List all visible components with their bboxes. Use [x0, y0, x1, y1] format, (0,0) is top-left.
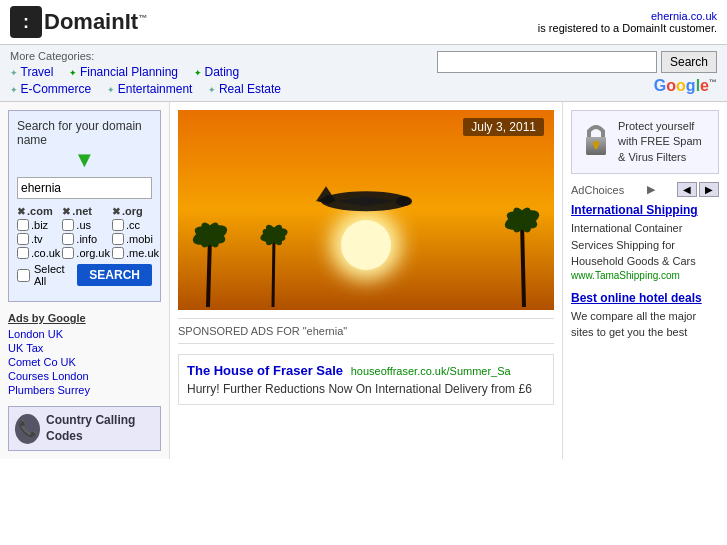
- svg-line-17: [273, 237, 274, 307]
- nav-entertainment[interactable]: Entertainment: [107, 82, 192, 96]
- registered-domain-link[interactable]: ehernia.co.uk: [651, 10, 717, 22]
- google-search-input[interactable]: [437, 51, 657, 73]
- ads-title: Ads by Google: [8, 312, 161, 324]
- domain-search-input[interactable]: [17, 177, 152, 199]
- tld-info-checkbox[interactable]: [62, 233, 74, 245]
- plane-icon: [306, 166, 426, 239]
- intl-shipping-title[interactable]: International Shipping: [571, 203, 719, 217]
- tld-couk: .co.uk: [17, 247, 60, 259]
- tld-mobi-checkbox[interactable]: [112, 233, 124, 245]
- tld-meuk: .me.uk: [112, 247, 159, 259]
- nav-financial-planning[interactable]: Financial Planning: [69, 65, 178, 79]
- arrow-icon: ▼: [17, 147, 152, 173]
- spam-filter-box: Protect yourself with FREE Spam & Virus …: [571, 110, 719, 174]
- palm-tree-left: [188, 207, 228, 310]
- svg-point-10: [198, 230, 222, 240]
- domain-search-title: Search for your domain name ▼: [17, 119, 152, 173]
- tld-com: ✖ .com: [17, 205, 60, 217]
- nav-real-estate[interactable]: Real Estate: [208, 82, 281, 96]
- header-registered-info: ehernia.co.uk is registered to a DomainI…: [538, 10, 717, 34]
- nav-travel[interactable]: Travel: [10, 65, 53, 79]
- hero-date: July 3, 2011: [463, 118, 544, 136]
- lock-icon: [580, 119, 612, 159]
- spam-filter-text: Protect yourself with FREE Spam & Virus …: [618, 119, 710, 165]
- logo-area: : DomainIt™: [10, 6, 147, 38]
- ad-london-uk[interactable]: London UK: [8, 328, 161, 340]
- adchoices-nav: ◀ ▶: [677, 182, 719, 197]
- main-content: Search for your domain name ▼ ✖ .com ✖ .…: [0, 102, 727, 459]
- ad-comet-couk[interactable]: Comet Co UK: [8, 356, 161, 368]
- google-search-area: Search Google™: [437, 51, 717, 95]
- tld-mobi: .mobi: [112, 233, 159, 245]
- domain-search-box: Search for your domain name ▼ ✖ .com ✖ .…: [8, 110, 161, 302]
- ad-plumbers-surrey[interactable]: Plumbers Surrey: [8, 384, 161, 396]
- tld-grid: ✖ .com ✖ .net ✖ .org .biz .us: [17, 205, 152, 259]
- center-content: July 3, 2011: [170, 102, 562, 459]
- hotel-deals-description: We compare all the major sites to get yo…: [571, 308, 719, 341]
- phone-icon: 📞: [15, 414, 40, 444]
- house-fraser-ad: The House of Fraser Sale houseoffraser.c…: [178, 354, 554, 405]
- logo-text: DomainIt™: [44, 9, 147, 35]
- adchoices-label: AdChoices: [571, 184, 624, 196]
- svg-point-16: [510, 215, 534, 225]
- tld-tv: .tv: [17, 233, 60, 245]
- search-domain-button[interactable]: SEARCH: [77, 264, 152, 286]
- house-fraser-description: Hurry! Further Reductions Now On Interna…: [187, 382, 545, 396]
- header: : DomainIt™ ehernia.co.uk is registered …: [0, 0, 727, 45]
- palm-tree-right: [504, 197, 544, 310]
- right-sidebar: Protect yourself with FREE Spam & Virus …: [562, 102, 727, 459]
- tld-us-checkbox[interactable]: [62, 219, 74, 231]
- hero-image: July 3, 2011: [178, 110, 554, 310]
- more-categories-label: More Categories:: [10, 50, 281, 62]
- tld-info: .info: [62, 233, 110, 245]
- intl-shipping-url: www.TamaShipping.com: [571, 270, 719, 281]
- hotel-deals-title[interactable]: Best online hotel deals: [571, 291, 719, 305]
- intl-shipping-ad: International Shipping International Con…: [571, 203, 719, 281]
- nav-categories: More Categories: Travel Financial Planni…: [10, 50, 281, 96]
- adchoices-next-button[interactable]: ▶: [699, 182, 719, 197]
- palm-tree-center: [258, 217, 288, 310]
- ad-courses-london[interactable]: Courses London: [8, 370, 161, 382]
- hotel-deals-ad: Best online hotel deals We compare all t…: [571, 291, 719, 341]
- nav-row-1: Travel Financial Planning Dating: [10, 65, 281, 79]
- logo-icon: :: [10, 6, 42, 38]
- nav-ecommerce[interactable]: E-Commerce: [10, 82, 91, 96]
- tld-cc: .cc: [112, 219, 159, 231]
- tld-meuk-checkbox[interactable]: [112, 247, 124, 259]
- sponsored-label: SPONSORED ADS FOR "ehernia": [178, 318, 554, 344]
- left-sidebar: Search for your domain name ▼ ✖ .com ✖ .…: [0, 102, 170, 459]
- tld-orguk-checkbox[interactable]: [62, 247, 74, 259]
- tld-cc-checkbox[interactable]: [112, 219, 124, 231]
- adchoices-arrow-icon: ▶: [647, 183, 655, 196]
- select-all-checkbox[interactable]: [17, 269, 30, 282]
- country-codes-text: Country Calling Codes: [46, 413, 154, 444]
- navbar: More Categories: Travel Financial Planni…: [0, 45, 727, 102]
- tld-tv-checkbox[interactable]: [17, 233, 29, 245]
- adchoices-bar: AdChoices ▶ ◀ ▶: [571, 182, 719, 197]
- nav-row-2: E-Commerce Entertainment Real Estate: [10, 82, 281, 96]
- svg-line-5: [208, 237, 210, 307]
- tld-biz-checkbox[interactable]: [17, 219, 29, 231]
- tld-org: ✖ .org: [112, 205, 159, 217]
- google-logo: Google™: [654, 77, 717, 95]
- select-all-row: Select All SEARCH: [17, 263, 152, 287]
- country-codes-box[interactable]: 📞 Country Calling Codes: [8, 406, 161, 451]
- ads-by-google: Ads by Google London UK UK Tax Comet Co …: [8, 312, 161, 396]
- tld-us: .us: [62, 219, 110, 231]
- search-bar: Search: [437, 51, 717, 73]
- svg-line-11: [522, 222, 524, 307]
- tld-net: ✖ .net: [62, 205, 110, 217]
- google-search-button[interactable]: Search: [661, 51, 717, 73]
- svg-point-3: [396, 196, 412, 206]
- house-fraser-link[interactable]: The House of Fraser Sale: [187, 363, 347, 378]
- tld-orguk: .org.uk: [62, 247, 110, 259]
- ad-uk-tax[interactable]: UK Tax: [8, 342, 161, 354]
- tld-biz: .biz: [17, 219, 60, 231]
- tld-couk-checkbox[interactable]: [17, 247, 29, 259]
- adchoices-prev-button[interactable]: ◀: [677, 182, 697, 197]
- house-fraser-url: houseoffraser.co.uk/Summer_Sa: [351, 365, 511, 377]
- svg-rect-25: [595, 144, 598, 149]
- nav-dating[interactable]: Dating: [194, 65, 239, 79]
- registered-description: is registered to a DomainIt customer.: [538, 22, 717, 34]
- intl-shipping-description: International Container Services Shippin…: [571, 220, 719, 270]
